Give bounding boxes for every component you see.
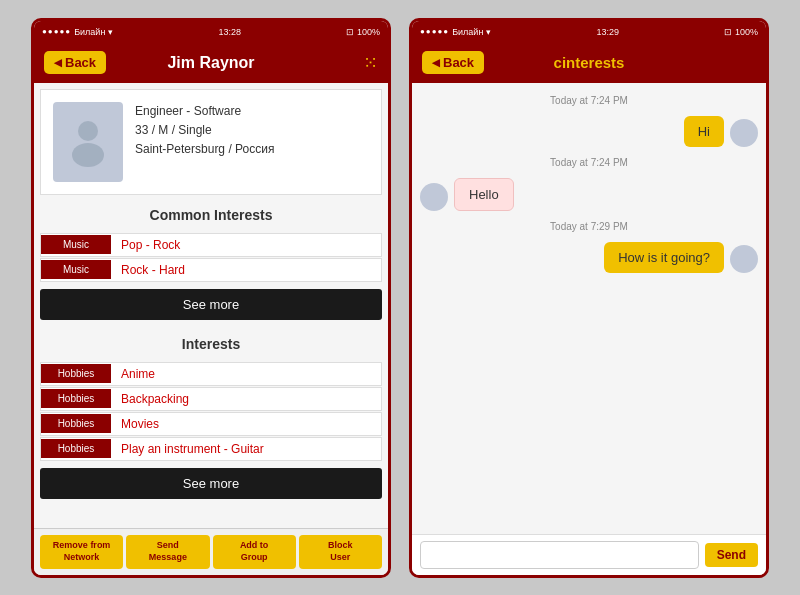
profile-content: Engineer - Software 33 / M / Single Sain… xyxy=(34,83,388,529)
age-gender: 33 / M / Single xyxy=(135,121,274,140)
common-value-1: Rock - Hard xyxy=(111,259,195,281)
status-bar-left: ●●●●● Билайн ▾ 13:28 ⊡ 100% xyxy=(34,21,388,43)
left-phone: ●●●●● Билайн ▾ 13:28 ⊡ 100% Back Jim Ray… xyxy=(31,18,391,578)
interest-value-3: Play an instrument - Guitar xyxy=(111,438,274,460)
battery-icon-right: ⊡ xyxy=(724,27,732,37)
back-button-right[interactable]: Back xyxy=(422,51,484,74)
remove-network-button[interactable]: Remove fromNetwork xyxy=(40,535,123,568)
send-message-button[interactable]: SendMessage xyxy=(126,535,209,568)
interest-value-0: Anime xyxy=(111,363,165,385)
signal-dots: ●●●●● xyxy=(42,27,71,36)
interest-row-0: Hobbies Anime xyxy=(40,362,382,386)
common-interest-row-0: Music Pop - Rock xyxy=(40,233,382,257)
battery-right: 100% xyxy=(735,27,758,37)
svg-point-0 xyxy=(78,121,98,141)
status-right-right: ⊡ 100% xyxy=(724,27,758,37)
avatar-right-3 xyxy=(730,245,758,273)
interest-tag-3: Hobbies xyxy=(41,439,111,458)
nav-bar-left: Back Jim Raynor ⁙ xyxy=(34,43,388,83)
chat-input-bar: Send xyxy=(412,534,766,575)
wifi-icon-right: ▾ xyxy=(486,27,491,37)
menu-icon[interactable]: ⁙ xyxy=(363,52,378,74)
profile-top: Engineer - Software 33 / M / Single Sain… xyxy=(40,89,382,195)
status-left: ●●●●● Билайн ▾ xyxy=(42,27,113,37)
timestamp-3: Today at 7:29 PM xyxy=(420,221,758,232)
interest-tag-2: Hobbies xyxy=(41,414,111,433)
time-right: 13:29 xyxy=(596,27,619,37)
interest-tag-1: Hobbies xyxy=(41,389,111,408)
chat-content: Today at 7:24 PM Hi Today at 7:24 PM Hel… xyxy=(412,83,766,534)
bubble-1: Hi xyxy=(684,116,724,147)
interests-header: Interests xyxy=(40,330,382,358)
interest-tag-0: Hobbies xyxy=(41,364,111,383)
chat-input[interactable] xyxy=(420,541,699,569)
nav-bar-right: Back cinterests xyxy=(412,43,766,83)
carrier-right: Билайн xyxy=(452,27,483,37)
block-user-button[interactable]: BlockUser xyxy=(299,535,382,568)
add-group-button[interactable]: Add toGroup xyxy=(213,535,296,568)
location: Saint-Petersburg / Россия xyxy=(135,140,274,159)
status-right-left: ⊡ 100% xyxy=(346,27,380,37)
common-interest-row-1: Music Rock - Hard xyxy=(40,258,382,282)
wifi-icon: ▾ xyxy=(108,27,113,37)
interest-value-2: Movies xyxy=(111,413,169,435)
interest-row-1: Hobbies Backpacking xyxy=(40,387,382,411)
bottom-actions: Remove fromNetwork SendMessage Add toGro… xyxy=(34,528,388,574)
bubble-3: How is it going? xyxy=(604,242,724,273)
interest-value-1: Backpacking xyxy=(111,388,199,410)
common-tag-0: Music xyxy=(41,235,111,254)
interest-row-2: Hobbies Movies xyxy=(40,412,382,436)
signal-dots-right: ●●●●● xyxy=(420,27,449,36)
profile-name: Jim Raynor xyxy=(167,54,254,72)
message-row-2: Hello xyxy=(420,178,758,211)
status-bar-right: ●●●●● Билайн ▾ 13:29 ⊡ 100% xyxy=(412,21,766,43)
status-left-right: ●●●●● Билайн ▾ xyxy=(420,27,491,37)
interest-row-3: Hobbies Play an instrument - Guitar xyxy=(40,437,382,461)
avatar xyxy=(53,102,123,182)
message-row-3: How is it going? xyxy=(420,242,758,273)
back-button-left[interactable]: Back xyxy=(44,51,106,74)
job-title: Engineer - Software xyxy=(135,102,274,121)
see-more-button-2[interactable]: See more xyxy=(40,468,382,499)
right-phone: ●●●●● Билайн ▾ 13:29 ⊡ 100% Back cintere… xyxy=(409,18,769,578)
cinterests-logo: cinterests xyxy=(554,54,625,71)
avatar-left-2 xyxy=(420,183,448,211)
avatar-right-1 xyxy=(730,119,758,147)
timestamp-1: Today at 7:24 PM xyxy=(420,95,758,106)
send-button[interactable]: Send xyxy=(705,543,758,567)
see-more-button-1[interactable]: See more xyxy=(40,289,382,320)
battery-icon-left: ⊡ xyxy=(346,27,354,37)
bubble-2: Hello xyxy=(454,178,514,211)
message-row-1: Hi xyxy=(420,116,758,147)
common-tag-1: Music xyxy=(41,260,111,279)
timestamp-2: Today at 7:24 PM xyxy=(420,157,758,168)
battery-left: 100% xyxy=(357,27,380,37)
common-value-0: Pop - Rock xyxy=(111,234,190,256)
carrier-left: Билайн xyxy=(74,27,105,37)
logo-rest: interests xyxy=(562,54,625,71)
profile-info: Engineer - Software 33 / M / Single Sain… xyxy=(135,102,274,160)
time-left: 13:28 xyxy=(218,27,241,37)
common-interests-header: Common Interests xyxy=(40,201,382,229)
svg-point-1 xyxy=(72,143,104,167)
